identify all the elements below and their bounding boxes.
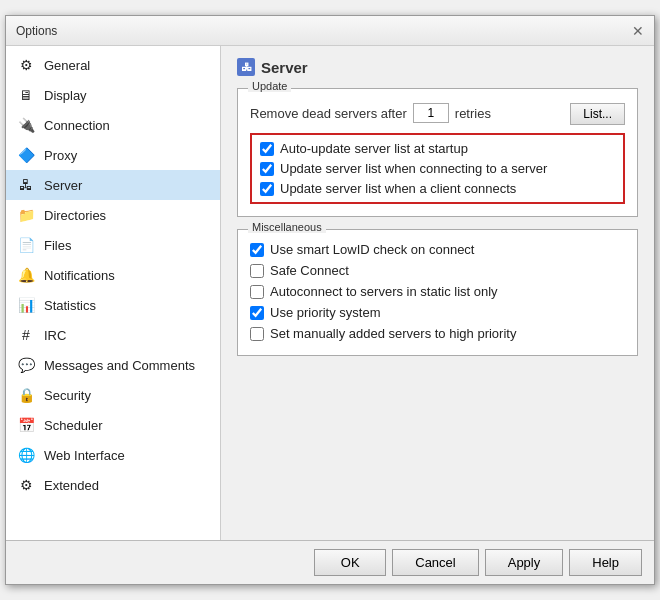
highlight-checkboxes-box: Auto-update server list at startup Updat…: [250, 133, 625, 204]
help-button[interactable]: Help: [569, 549, 642, 576]
sidebar-item-label-display: Display: [44, 88, 87, 103]
auto-update-checkbox[interactable]: [260, 142, 274, 156]
main-panel: 🖧 Server Update Remove dead servers afte…: [221, 46, 654, 540]
checkbox-row-update-client: Update server list when a client connect…: [260, 181, 615, 196]
sidebar-item-label-connection: Connection: [44, 118, 110, 133]
update-connecting-checkbox[interactable]: [260, 162, 274, 176]
update-connecting-label[interactable]: Update server list when connecting to a …: [280, 161, 547, 176]
sidebar-item-general[interactable]: ⚙General: [6, 50, 220, 80]
checkbox-row-update-connecting: Update server list when connecting to a …: [260, 161, 615, 176]
list-button[interactable]: List...: [570, 103, 625, 125]
sidebar-item-messages[interactable]: 💬Messages and Comments: [6, 350, 220, 380]
statistics-icon: 📊: [16, 295, 36, 315]
panel-title-row: 🖧 Server: [237, 58, 638, 76]
security-icon: 🔒: [16, 385, 36, 405]
title-bar: Options ✕: [6, 16, 654, 46]
sidebar: ⚙General🖥Display🔌Connection🔷Proxy🖧Server…: [6, 46, 221, 540]
checkbox-row-safe-connect: Safe Connect: [250, 263, 625, 278]
misc-section: Miscellaneous Use smart LowID check on c…: [237, 229, 638, 356]
checkbox-row-autoconnect-static: Autoconnect to servers in static list on…: [250, 284, 625, 299]
sidebar-item-display[interactable]: 🖥Display: [6, 80, 220, 110]
content-area: ⚙General🖥Display🔌Connection🔷Proxy🖧Server…: [6, 46, 654, 540]
scheduler-icon: 📅: [16, 415, 36, 435]
update-section-legend: Update: [248, 80, 291, 92]
checkbox-row-smart-lowid: Use smart LowID check on connect: [250, 242, 625, 257]
use-priority-checkbox[interactable]: [250, 306, 264, 320]
sidebar-item-label-notifications: Notifications: [44, 268, 115, 283]
retries-input[interactable]: [413, 103, 449, 123]
sidebar-item-label-files: Files: [44, 238, 71, 253]
sidebar-item-connection[interactable]: 🔌Connection: [6, 110, 220, 140]
sidebar-item-label-directories: Directories: [44, 208, 106, 223]
retries-label: retries: [455, 106, 491, 121]
checkbox-row-use-priority: Use priority system: [250, 305, 625, 320]
autoconnect-static-label[interactable]: Autoconnect to servers in static list on…: [270, 284, 498, 299]
update-client-label[interactable]: Update server list when a client connect…: [280, 181, 516, 196]
sidebar-item-label-messages: Messages and Comments: [44, 358, 195, 373]
files-icon: 📄: [16, 235, 36, 255]
proxy-icon: 🔷: [16, 145, 36, 165]
misc-section-legend: Miscellaneous: [248, 221, 326, 233]
sidebar-item-label-proxy: Proxy: [44, 148, 77, 163]
sidebar-item-webinterface[interactable]: 🌐Web Interface: [6, 440, 220, 470]
sidebar-item-extended[interactable]: ⚙Extended: [6, 470, 220, 500]
update-section: Update Remove dead servers after retries…: [237, 88, 638, 217]
sidebar-item-label-extended: Extended: [44, 478, 99, 493]
close-button[interactable]: ✕: [632, 24, 644, 38]
smart-lowid-checkbox[interactable]: [250, 243, 264, 257]
general-icon: ⚙: [16, 55, 36, 75]
directories-icon: 📁: [16, 205, 36, 225]
sidebar-item-proxy[interactable]: 🔷Proxy: [6, 140, 220, 170]
options-dialog: Options ✕ ⚙General🖥Display🔌Connection🔷Pr…: [5, 15, 655, 585]
checkbox-row-auto-update: Auto-update server list at startup: [260, 141, 615, 156]
apply-button[interactable]: Apply: [485, 549, 564, 576]
use-priority-label[interactable]: Use priority system: [270, 305, 381, 320]
notifications-icon: 🔔: [16, 265, 36, 285]
bottom-bar: OK Cancel Apply Help: [6, 540, 654, 584]
autoconnect-static-checkbox[interactable]: [250, 285, 264, 299]
connection-icon: 🔌: [16, 115, 36, 135]
sidebar-item-label-general: General: [44, 58, 90, 73]
display-icon: 🖥: [16, 85, 36, 105]
cancel-button[interactable]: Cancel: [392, 549, 478, 576]
dialog-title: Options: [16, 24, 57, 38]
sidebar-item-label-scheduler: Scheduler: [44, 418, 103, 433]
safe-connect-checkbox[interactable]: [250, 264, 264, 278]
ok-button[interactable]: OK: [314, 549, 386, 576]
sidebar-item-label-statistics: Statistics: [44, 298, 96, 313]
sidebar-item-files[interactable]: 📄Files: [6, 230, 220, 260]
update-client-checkbox[interactable]: [260, 182, 274, 196]
sidebar-item-irc[interactable]: #IRC: [6, 320, 220, 350]
set-manually-added-label[interactable]: Set manually added servers to high prior…: [270, 326, 516, 341]
sidebar-item-statistics[interactable]: 📊Statistics: [6, 290, 220, 320]
sidebar-item-server[interactable]: 🖧Server: [6, 170, 220, 200]
safe-connect-label[interactable]: Safe Connect: [270, 263, 349, 278]
sidebar-item-scheduler[interactable]: 📅Scheduler: [6, 410, 220, 440]
set-manually-added-checkbox[interactable]: [250, 327, 264, 341]
extended-icon: ⚙: [16, 475, 36, 495]
sidebar-item-directories[interactable]: 📁Directories: [6, 200, 220, 230]
sidebar-item-label-webinterface: Web Interface: [44, 448, 125, 463]
panel-title-icon: 🖧: [237, 58, 255, 76]
webinterface-icon: 🌐: [16, 445, 36, 465]
irc-icon: #: [16, 325, 36, 345]
panel-title-text: Server: [261, 59, 308, 76]
checkbox-row-set-manually-added: Set manually added servers to high prior…: [250, 326, 625, 341]
server-icon: 🖧: [16, 175, 36, 195]
update-row: Remove dead servers after retries List..…: [250, 101, 625, 125]
sidebar-item-security[interactable]: 🔒Security: [6, 380, 220, 410]
sidebar-item-label-security: Security: [44, 388, 91, 403]
remove-dead-label: Remove dead servers after: [250, 106, 407, 121]
sidebar-item-label-server: Server: [44, 178, 82, 193]
sidebar-item-notifications[interactable]: 🔔Notifications: [6, 260, 220, 290]
sidebar-item-label-irc: IRC: [44, 328, 66, 343]
smart-lowid-label[interactable]: Use smart LowID check on connect: [270, 242, 474, 257]
messages-icon: 💬: [16, 355, 36, 375]
auto-update-label[interactable]: Auto-update server list at startup: [280, 141, 468, 156]
